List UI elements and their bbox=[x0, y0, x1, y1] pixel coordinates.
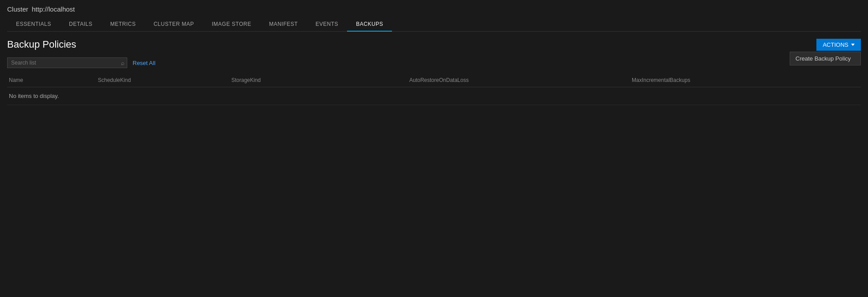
nav-tabs: ESSENTIALSDETAILSMETRICSCLUSTER MAPIMAGE… bbox=[7, 17, 861, 32]
tab-metrics[interactable]: METRICS bbox=[101, 17, 145, 32]
tab-image-store[interactable]: IMAGE STORE bbox=[203, 17, 260, 32]
tab-events[interactable]: EVENTS bbox=[307, 17, 347, 32]
table-header-row: Name ScheduleKind StorageKind AutoRestor… bbox=[7, 73, 861, 87]
tab-backups[interactable]: BACKUPS bbox=[347, 17, 392, 32]
col-header-auto-restore: AutoRestoreOnDataLoss bbox=[408, 76, 630, 84]
actions-dropdown: Create Backup Policy bbox=[790, 52, 861, 65]
tab-essentials[interactable]: ESSENTIALS bbox=[7, 17, 60, 32]
col-header-storage-kind: StorageKind bbox=[230, 76, 408, 84]
col-header-max-incremental: MaxIncrementalBackups bbox=[630, 76, 861, 84]
table-container: Name ScheduleKind StorageKind AutoRestor… bbox=[7, 73, 861, 105]
col-header-name: Name bbox=[7, 76, 96, 84]
search-input[interactable] bbox=[7, 57, 127, 68]
actions-area: ACTIONS Create Backup Policy bbox=[790, 39, 861, 65]
page-title: Backup Policies bbox=[7, 39, 861, 50]
create-backup-policy-item[interactable]: Create Backup Policy bbox=[790, 52, 860, 65]
actions-button[interactable]: ACTIONS bbox=[816, 39, 861, 51]
tab-cluster-map[interactable]: CLUSTER MAP bbox=[145, 17, 203, 32]
dropdown-arrow-icon bbox=[851, 44, 855, 46]
header: Cluster http://localhost ESSENTIALSDETAI… bbox=[0, 0, 868, 32]
cluster-label: Cluster bbox=[7, 5, 28, 13]
tab-details[interactable]: DETAILS bbox=[60, 17, 101, 32]
empty-table-message: No items to display. bbox=[7, 87, 861, 105]
search-wrapper: ⌕ bbox=[7, 57, 127, 68]
reset-all-button[interactable]: Reset All bbox=[133, 60, 155, 66]
search-row: ⌕ Reset All bbox=[7, 57, 861, 68]
cluster-url: http://localhost bbox=[32, 5, 75, 13]
col-header-schedule-kind: ScheduleKind bbox=[96, 76, 230, 84]
main-content: ACTIONS Create Backup Policy Backup Poli… bbox=[0, 32, 868, 112]
tab-manifest[interactable]: MANIFEST bbox=[260, 17, 307, 32]
actions-button-label: ACTIONS bbox=[823, 41, 848, 48]
cluster-title: Cluster http://localhost bbox=[7, 5, 861, 13]
